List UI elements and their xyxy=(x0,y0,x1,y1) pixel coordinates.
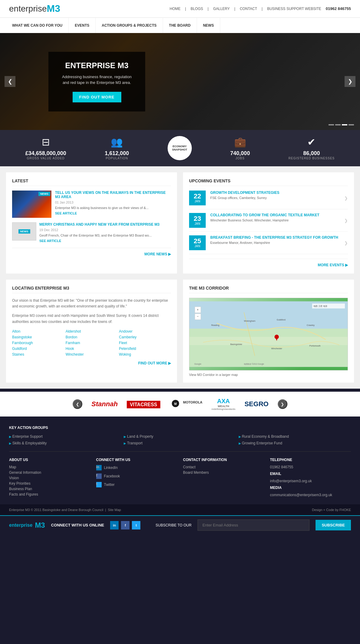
bottom-content: LOCATING ENTERPRISE M3 Our vision is tha… xyxy=(0,280,360,389)
hero-dot-3[interactable] xyxy=(342,124,347,125)
sponsors-prev-button[interactable]: ❮ xyxy=(73,399,82,409)
jobs-icon: 💼 xyxy=(230,136,250,148)
sponsors-next-button[interactable]: ❯ xyxy=(278,399,287,409)
logo[interactable]: enterprise M3 xyxy=(9,3,60,14)
key-action-land[interactable]: Land & Property xyxy=(124,434,236,439)
town-petersfield[interactable]: Petersfield xyxy=(119,347,171,351)
footer-cols: ABOUT US Map General Information Vision … xyxy=(9,451,351,498)
footer-about-business-plan[interactable]: Business Plan xyxy=(9,487,90,491)
event-day-3: 25 xyxy=(193,238,202,244)
svg-text:+: + xyxy=(197,308,198,311)
town-hook[interactable]: Hook xyxy=(66,347,118,351)
hero-next-button[interactable]: ❯ xyxy=(345,76,355,87)
hero-prev-button[interactable]: ❮ xyxy=(5,76,15,87)
nav-home[interactable]: HOME xyxy=(170,7,181,11)
gva-icon: ⊟ xyxy=(25,136,66,148)
nav-contact[interactable]: CONTACT xyxy=(240,7,257,11)
svg-rect-1 xyxy=(189,329,348,367)
sponsor-axa: AXA WEALTH redefining/standards xyxy=(211,398,235,410)
footer-email-title: EMAIL xyxy=(270,472,351,476)
town-winchester[interactable]: Winchester xyxy=(66,352,118,357)
footer-sitemap-link[interactable]: Site Map xyxy=(108,508,121,512)
footer-linkedin-link[interactable]: in LinkedIn xyxy=(96,465,177,472)
more-events-anchor[interactable]: MORE EVENTS ▶ xyxy=(318,263,348,267)
town-camberley[interactable]: Camberley xyxy=(119,335,171,339)
hero-cta-button[interactable]: FIND OUT MORE xyxy=(73,92,121,102)
find-out-more[interactable]: FIND OUT MORE ▶ xyxy=(12,361,171,365)
nav-gallery[interactable]: GALLERY xyxy=(213,7,230,11)
nav-news[interactable]: NEWS xyxy=(197,18,220,33)
sponsor-vitacress: VITACRESS xyxy=(127,401,160,408)
town-alton[interactable]: Alton xyxy=(12,329,64,334)
town-andover[interactable]: Andover xyxy=(119,329,171,334)
news-badge-2: NEWS xyxy=(18,229,30,234)
event-info-1: GROWTH DEVELOPMENT STRATEGIES FSE Group … xyxy=(210,191,344,200)
key-action-transport[interactable]: Transport xyxy=(124,441,236,445)
event-item-3[interactable]: 25 JAN BREAKFAST BRIEFING - THE ENTERPRI… xyxy=(189,235,348,254)
twitter-icon: t xyxy=(96,482,102,487)
map-title: THE M3 CORRIDOR xyxy=(189,286,348,293)
logo-enterprise: enterprise xyxy=(9,4,47,14)
nav-the-board[interactable]: THE BOARD xyxy=(163,18,197,33)
footer-about-general[interactable]: General Information xyxy=(9,470,90,475)
key-action-grid: Enterprise Support Land & Property Rural… xyxy=(9,434,351,445)
map-caption[interactable]: View M3 Corridor in a larger map xyxy=(189,373,348,377)
more-news-link[interactable]: MORE NEWS ▶ xyxy=(12,248,171,257)
town-staines[interactable]: Staines xyxy=(12,352,64,357)
nav-events[interactable]: EVENTS xyxy=(69,18,96,33)
latest-section: LATEST NEWS TELL US YOUR VIEWS ON THE RA… xyxy=(6,172,177,274)
subscribe-to-text: SUBSCRIBE TO OUR xyxy=(155,523,191,527)
footer-about-vision[interactable]: Vision xyxy=(9,476,90,480)
svg-text:Wokingham: Wokingham xyxy=(244,320,255,322)
key-action-growing[interactable]: Growing Enterprise Fund xyxy=(239,441,351,445)
nav-what-we-do[interactable]: WHAT WE CAN DO FOR YOU xyxy=(6,18,69,33)
map-svg: Reading Wokingham Guildford Crawley Basi… xyxy=(189,298,348,370)
town-farnham[interactable]: Farnham xyxy=(66,341,118,345)
svg-text:Winchester: Winchester xyxy=(271,347,283,350)
town-guildford[interactable]: Guildford xyxy=(12,347,64,351)
event-location-2: Winchester Business School, Winchester, … xyxy=(210,218,344,222)
gva-label: GROSS VALUE ADDED xyxy=(25,157,66,160)
event-item-2[interactable]: 23 JAN COLLABORATING TO GROW THE ORGANIC… xyxy=(189,213,348,232)
footer-facebook-link[interactable]: f Facebook xyxy=(96,473,177,480)
footer-about-key[interactable]: Key Priorities xyxy=(9,481,90,486)
connect-text: CONNECT WITH US ONLINE xyxy=(51,523,104,527)
footer-contact: CONTACT INFORMATION Contact Board Member… xyxy=(183,458,264,498)
footer-board-members-link[interactable]: Board Members xyxy=(183,470,264,475)
see-article-2[interactable]: SEE ARTICLE xyxy=(39,239,61,243)
town-bordon[interactable]: Bordon xyxy=(66,335,118,339)
town-basingstoke[interactable]: Basingstoke xyxy=(12,335,64,339)
hero-content: ENTERPRISE M3 Addressing business financ… xyxy=(48,52,145,111)
nav-action-groups[interactable]: ACTION GROUPS & PROJECTS xyxy=(96,18,163,33)
nav-business-support[interactable]: BUSINESS SUPPORT WEBSITE xyxy=(267,7,321,11)
town-fleet[interactable]: Fleet xyxy=(119,341,171,345)
key-action-enterprise[interactable]: Enterprise Support xyxy=(9,434,121,439)
subscribe-email-input[interactable] xyxy=(198,520,309,531)
content-area: LATEST NEWS TELL US YOUR VIEWS ON THE RA… xyxy=(0,166,360,280)
hero-dot-2[interactable] xyxy=(335,124,341,125)
event-item-1[interactable]: 22 JAN GROWTH DEVELOPMENT STRATEGIES FSE… xyxy=(189,191,348,209)
see-article-1[interactable]: SEE ARTICLE xyxy=(55,211,77,215)
hero-dot-1[interactable] xyxy=(329,124,334,125)
town-aldershot[interactable]: Aldershot xyxy=(66,329,118,334)
footer-twitter-link[interactable]: t Twitter xyxy=(96,482,177,489)
town-woking[interactable]: Woking xyxy=(119,352,171,357)
key-action-rural[interactable]: Rural Economy & Broadband xyxy=(239,434,351,439)
footer-contact-link[interactable]: Contact xyxy=(183,465,264,469)
subscribe-button[interactable]: SUBSCRIBE xyxy=(316,520,351,530)
map-placeholder[interactable]: Reading Wokingham Guildford Crawley Basi… xyxy=(189,298,348,370)
map-section: THE M3 CORRIDOR Reading Wokingham Guildf… xyxy=(183,280,354,383)
svg-text:Google: Google xyxy=(194,363,201,365)
main-nav: WHAT WE CAN DO FOR YOU EVENTS ACTION GRO… xyxy=(0,18,360,33)
footer-about-map[interactable]: Map xyxy=(9,465,90,469)
subscribe-facebook-icon[interactable]: f xyxy=(121,521,129,529)
hero-dot-4[interactable] xyxy=(349,124,354,125)
nav-blogs[interactable]: BLOGS xyxy=(191,7,203,11)
footer-about-facts[interactable]: Facts and Figures xyxy=(9,492,90,496)
more-news-anchor[interactable]: MORE NEWS ▶ xyxy=(144,252,171,256)
town-farnborough[interactable]: Farnborough xyxy=(12,341,64,345)
subscribe-linkedin-icon[interactable]: in xyxy=(110,521,119,529)
key-action-skills[interactable]: Skills & Employability xyxy=(9,441,121,445)
subscribe-twitter-icon[interactable]: t xyxy=(132,521,140,529)
more-events-link[interactable]: MORE EVENTS ▶ xyxy=(189,259,348,267)
